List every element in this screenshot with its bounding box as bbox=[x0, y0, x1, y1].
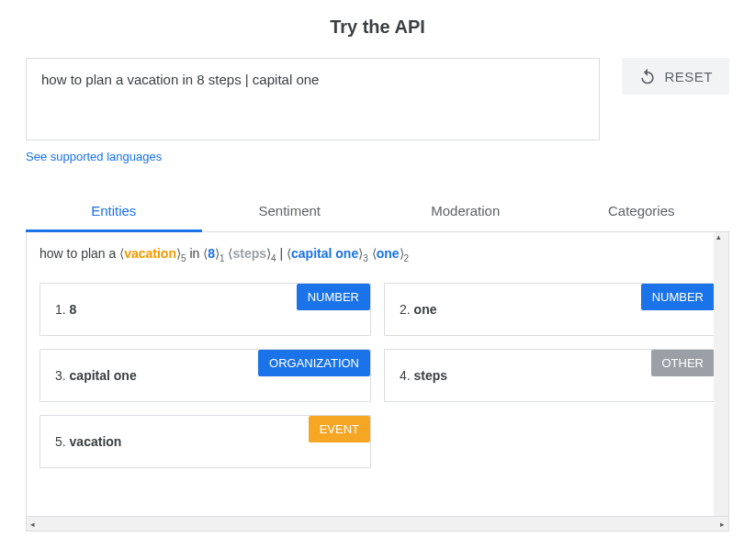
entity-badge-other: OTHER bbox=[651, 350, 716, 376]
entity-card-2: 2. one NUMBER bbox=[384, 283, 716, 336]
entity-badge-number: NUMBER bbox=[297, 284, 370, 310]
horizontal-scrollbar[interactable]: ◂ ▸ bbox=[26, 517, 729, 532]
tab-entities[interactable]: Entities bbox=[26, 190, 202, 231]
entity-label: 2. one bbox=[400, 302, 436, 317]
tab-moderation[interactable]: Moderation bbox=[378, 190, 554, 231]
api-input[interactable]: how to plan a vacation in 8 steps | capi… bbox=[26, 58, 600, 140]
supported-languages-link[interactable]: See supported languages bbox=[26, 150, 162, 163]
entity-card-1: 1. 8 NUMBER bbox=[39, 283, 371, 336]
page-title: Try the API bbox=[26, 17, 729, 38]
tab-categories[interactable]: Categories bbox=[554, 190, 730, 231]
ann-prefix: how to plan a bbox=[39, 246, 119, 261]
ann-vacation: vacation bbox=[124, 246, 176, 261]
tabs: Entities Sentiment Moderation Categories bbox=[26, 190, 729, 232]
entity-label: 4. steps bbox=[400, 368, 447, 383]
ann-8: 8 bbox=[208, 246, 215, 261]
reset-icon bbox=[638, 67, 657, 85]
vertical-scrollbar[interactable] bbox=[714, 232, 728, 516]
entities-grid: 1. 8 NUMBER 2. one NUMBER 3. capital one… bbox=[39, 283, 716, 468]
ann-one: one bbox=[377, 246, 400, 261]
ann-capital-one: capital one bbox=[291, 246, 358, 261]
ann-sub-3: 3 bbox=[363, 253, 368, 263]
reset-button[interactable]: RESET bbox=[622, 58, 729, 95]
ann-sub-1: 1 bbox=[220, 253, 225, 263]
entity-card-4: 4. steps OTHER bbox=[384, 349, 716, 402]
annotated-text: how to plan a ⟨vacation⟩5 in ⟨8⟩1 ⟨steps… bbox=[39, 243, 716, 266]
scroll-right-icon[interactable]: ▸ bbox=[720, 520, 725, 529]
entity-badge-organization: ORGANIZATION bbox=[258, 350, 370, 376]
entity-badge-event: EVENT bbox=[309, 416, 370, 442]
results-panel: how to plan a ⟨vacation⟩5 in ⟨8⟩1 ⟨steps… bbox=[26, 232, 729, 517]
entity-card-5: 5. vacation EVENT bbox=[39, 415, 371, 468]
entity-label: 1. 8 bbox=[55, 302, 76, 317]
entity-card-3: 3. capital one ORGANIZATION bbox=[39, 349, 371, 402]
entity-badge-number: NUMBER bbox=[641, 284, 715, 310]
entity-label: 5. vacation bbox=[55, 434, 121, 449]
tab-sentiment[interactable]: Sentiment bbox=[202, 190, 378, 231]
scroll-left-icon[interactable]: ◂ bbox=[30, 520, 35, 529]
ann-sub-2: 2 bbox=[404, 253, 410, 263]
reset-label: RESET bbox=[664, 69, 713, 84]
entity-label: 3. capital one bbox=[55, 368, 137, 383]
ann-steps: steps bbox=[232, 246, 266, 261]
